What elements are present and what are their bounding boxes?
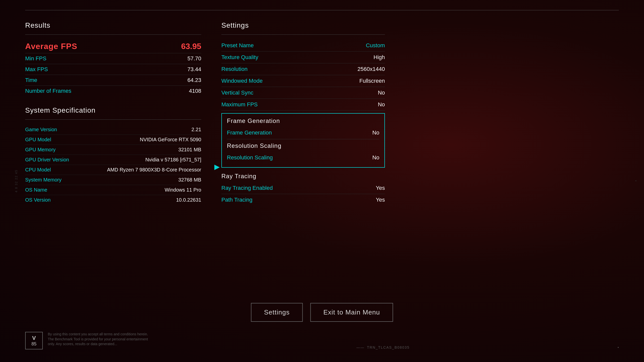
frame-gen-section-title: Frame Generation [227,117,379,124]
settings-row-windowed: Windowed Mode Fullscreen [221,75,385,87]
settings-row-texture: Texture Quality High [221,52,385,63]
gpu-model-label: GPU Model [25,137,51,143]
average-fps-label: Average FPS [25,42,77,51]
preset-label: Preset Name [221,42,254,49]
max-fps-value: 73.44 [187,66,201,73]
footer-badge-letter: V [32,335,36,341]
time-value: 64.23 [187,77,201,83]
texture-label: Texture Quality [221,54,258,61]
gpu-driver-label: GPU Driver Version [25,157,69,163]
ray-tracing-section: Ray Tracing Ray Tracing Enabled Yes Path… [221,173,385,206]
vsync-label: Vertical Sync [221,89,253,96]
vsync-value: No [378,89,385,96]
right-decoration: • [635,179,636,183]
side-text: 4 8 32 22 45 [15,170,18,193]
min-fps-value: 57.70 [187,55,201,62]
system-spec-section: System Specification Game Version 2.21 G… [25,106,201,205]
gpu-driver-value: Nvidia v 57186 [r571_57] [145,157,201,163]
settings-row-vsync: Vertical Sync No [221,87,385,99]
spec-row-gpu-memory: GPU Memory 32101 MB [25,145,201,155]
cpu-model-label: CPU Model [25,167,51,173]
settings-row-res-scaling: Resolution Scaling No [227,152,379,163]
results-divider [25,34,201,35]
spec-row-os-name: OS Name Windows 11 Pro [25,185,201,195]
rt-enabled-label: Ray Tracing Enabled [221,185,273,191]
results-section: Results Average FPS 63.95 Min FPS 57.70 … [25,21,201,96]
result-row-min: Min FPS 57.70 [25,53,201,64]
spec-row-system-memory: System Memory 32768 MB [25,175,201,185]
time-label: Time [25,77,37,83]
settings-row-preset: Preset Name Custom [221,40,385,52]
pointer-arrow-icon: ▶ [214,163,220,171]
bottom-buttons-area: Settings Exit to Main Menu [251,303,393,322]
footer-badge-number: 85 [31,341,36,347]
settings-row-rt-enabled: Ray Tracing Enabled Yes [221,182,385,194]
footer: V 85 By using this content you accept al… [25,332,619,349]
resolution-value: 644x362 [357,66,385,72]
frame-gen-value: No [372,129,379,136]
footer-divider-left: —— [356,345,365,349]
system-spec-title: System Specification [25,106,201,114]
maxfps-label: Maximum FPS [221,101,258,108]
results-title: Results [25,21,201,29]
settings-title: Settings [221,21,385,29]
footer-right-dot: • [618,345,619,349]
path-tracing-label: Path Tracing [221,197,253,203]
res-scaling-label: Resolution Scaling [227,154,273,161]
result-row-max: Max FPS 73.44 [25,64,201,75]
resolution-label: Resolution [221,66,248,72]
settings-button[interactable]: Settings [251,303,303,322]
game-version-value: 2.21 [191,127,201,132]
preset-value: Custom [366,42,385,49]
ray-tracing-title: Ray Tracing [221,173,385,180]
settings-row-maxfps: Maximum FPS No [221,99,385,111]
top-divider [25,10,619,10]
os-version-value: 10.0.22631 [176,197,201,203]
spec-row-cpu-model: CPU Model AMD Ryzen 7 9800X3D 8-Core Pro… [25,165,201,175]
cpu-model-value: AMD Ryzen 7 9800X3D 8-Core Processor [107,167,201,173]
rt-enabled-value: Yes [376,185,385,191]
frame-gen-label: Frame Generation [227,129,272,136]
windowed-value: Fullscreen [359,78,385,84]
path-tracing-value: Yes [376,197,385,203]
system-memory-label: System Memory [25,177,61,183]
footer-text: By using this content you accept all ter… [48,332,148,347]
footer-center-text: —— TRN_TLCAS_B08035 [356,345,410,349]
gpu-model-value: NVIDIA GeForce RTX 5090 [140,137,201,143]
spec-row-gpu-model: GPU Model NVIDIA GeForce RTX 5090 [25,135,201,145]
frames-value: 4108 [189,88,201,94]
left-panel: Results Average FPS 63.95 Min FPS 57.70 … [25,21,201,206]
gpu-memory-value: 32101 MB [178,147,201,153]
highlighted-box: Frame Generation Frame Generation No Res… [221,113,385,168]
settings-divider [221,34,385,35]
windowed-label: Windowed Mode [221,78,263,84]
max-fps-label: Max FPS [25,66,48,73]
system-memory-value: 32768 MB [178,177,201,183]
average-fps-value: 63.95 [181,42,201,51]
settings-row-path-tracing: Path Tracing Yes [221,194,385,206]
os-version-label: OS Version [25,197,51,203]
gpu-memory-label: GPU Memory [25,147,56,153]
frames-label: Number of Frames [25,88,71,94]
right-panel: Settings Preset Name Custom Texture Qual… [221,21,385,206]
os-name-value: Windows 11 Pro [165,187,201,193]
res-scaling-section-title: Resolution Scaling [227,142,379,149]
system-spec-divider [25,119,201,120]
res-scaling-value: No [372,154,379,161]
spec-row-os-version: OS Version 10.0.22631 [25,195,201,205]
result-row-time: Time 64.23 [25,75,201,86]
spec-row-gpu-driver: GPU Driver Version Nvidia v 57186 [r571_… [25,155,201,165]
maxfps-value: No [378,101,385,108]
game-version-label: Game Version [25,127,57,132]
os-name-label: OS Name [25,187,47,193]
min-fps-label: Min FPS [25,55,46,62]
settings-row-frame-gen: Frame Generation No [227,127,379,139]
result-row-average: Average FPS 63.95 [25,40,201,53]
result-row-frames: Number of Frames 4108 [25,86,201,96]
page-container: 4 8 32 22 45 Results Average FPS 63.95 M… [0,0,644,362]
spec-row-game-version: Game Version 2.21 [25,125,201,135]
exit-to-main-menu-button[interactable]: Exit to Main Menu [310,303,393,322]
texture-value: High [374,54,385,61]
footer-code: TRN_TLCAS_B08035 [367,345,410,349]
footer-badge: V 85 [25,332,43,349]
